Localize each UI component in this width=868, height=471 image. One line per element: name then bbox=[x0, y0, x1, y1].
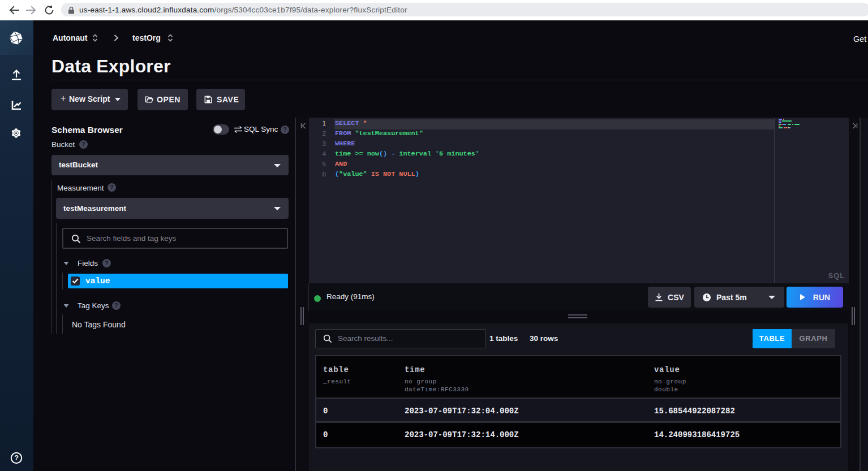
svg-text:?: ? bbox=[14, 454, 19, 462]
